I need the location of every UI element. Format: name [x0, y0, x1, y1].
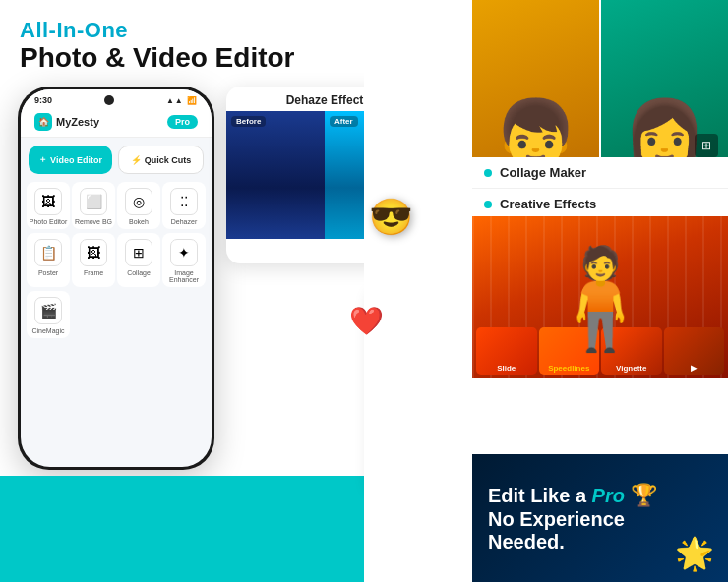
video-editor-icon: ＋ — [38, 153, 47, 166]
person-1: 👦 — [472, 0, 599, 167]
tagline: All-In-One — [20, 18, 294, 43]
collage-maker-label: Collage Maker — [500, 165, 586, 180]
more-label: ▶ — [664, 364, 725, 373]
photo-editor-label: Photo Editor — [30, 218, 68, 225]
remove-bg-label-grid: Remove BG — [75, 218, 112, 225]
collage-photo-1: 👦 — [472, 0, 599, 167]
slide-label: Slide — [476, 364, 537, 373]
dehazer-label: Dehazer — [171, 218, 197, 225]
quick-cuts-label: Quick Cuts — [145, 155, 192, 165]
frame-icon: 🖼 — [80, 239, 107, 266]
remove-bg-icon: ⬜ — [80, 188, 107, 215]
video-editor-label: Video Editor — [50, 155, 102, 165]
promo-section: Edit Like a Pro 🏆 No Experience Needed. … — [472, 454, 728, 582]
grid-item-frame[interactable]: 🖼 Frame — [72, 233, 115, 287]
bokeh-icon: ◎ — [125, 188, 152, 215]
grid-item-poster[interactable]: 📋 Poster — [27, 233, 70, 287]
athlete-figure: 🧍 — [539, 249, 662, 347]
collage-photos-top: 👦 👩 ⊞ — [472, 0, 728, 167]
phone-main-buttons: ＋ Video Editor ⚡ Quick Cuts — [21, 138, 212, 178]
after-label: After — [330, 116, 358, 127]
right-section: 👦 👩 ⊞ Collage Maker Creative Effects 🧍 — [364, 0, 728, 582]
collage-maker-row: Collage Maker — [472, 157, 728, 189]
grid-item-collage[interactable]: ⊞ Collage — [117, 233, 160, 287]
phone-grid-row1: 🖼 Photo Editor ⬜ Remove BG ◎ Bokeh ⁚⁚ De… — [21, 178, 212, 233]
collage-label: Collage — [127, 269, 151, 276]
quick-cuts-button[interactable]: ⚡ Quick Cuts — [118, 146, 204, 174]
feature-labels: Collage Maker Creative Effects — [472, 157, 728, 220]
bokeh-label: Bokeh — [129, 218, 149, 225]
creative-effects-label: Creative Effects — [500, 197, 596, 211]
speedlines-label: Speedlines — [539, 364, 600, 373]
phone-grid-row2: 📋 Poster 🖼 Frame ⊞ Collage ✦ Image Enhan… — [21, 233, 212, 291]
cinemagic-label: CineMagic — [31, 327, 64, 334]
photo-editor-icon: 🖼 — [34, 188, 62, 215]
dehazer-icon: ⁚⁚ — [170, 188, 198, 215]
phone-notch — [104, 95, 114, 105]
header-area: All-In-One Photo & Video Editor — [20, 18, 294, 74]
vignette-label: Vignette — [601, 364, 662, 373]
frame-label: Frame — [84, 269, 103, 276]
grid-item-dehazer[interactable]: ⁚⁚ Dehazer — [162, 182, 206, 229]
image-enhancer-label: Image Enhancer — [164, 269, 204, 283]
grid-item-remove-bg[interactable]: ⬜ Remove BG — [72, 182, 115, 229]
quick-cuts-icon: ⚡ — [131, 155, 142, 165]
poster-icon: 📋 — [34, 239, 62, 266]
before-bg — [226, 111, 325, 239]
grid-item-bokeh[interactable]: ◎ Bokeh — [117, 182, 160, 229]
grid-item-image-enhancer[interactable]: ✦ Image Enhancer — [162, 233, 206, 287]
image-enhancer-icon: ✦ — [170, 239, 198, 266]
status-icons: ▲▲ 📶 — [166, 96, 198, 105]
before-visual — [226, 111, 325, 239]
teal-band — [0, 476, 364, 582]
promo-trophy-emoji: 🏆 — [631, 483, 657, 507]
app-name: MyZesty — [56, 116, 99, 128]
video-editor-button[interactable]: ＋ Video Editor — [29, 146, 112, 174]
star-emoji: 🌟 — [675, 535, 714, 572]
grid-item-photo-editor[interactable]: 🖼 Photo Editor — [27, 182, 70, 229]
grid-item-cinemagic[interactable]: 🎬 CineMagic — [27, 291, 70, 338]
main-title: Photo & Video Editor — [20, 43, 294, 74]
effects-dot — [484, 201, 492, 208]
effect-thumb-slide[interactable]: Slide — [476, 327, 537, 375]
cinemagic-icon: 🎬 — [34, 297, 62, 324]
status-time: 9:30 — [34, 95, 52, 105]
promo-line2: No Experience — [488, 508, 712, 531]
effects-strip-container: 🧍 Slide Speedlines Vignette ▶ — [472, 216, 728, 378]
dehaze-before: Before — [226, 111, 325, 239]
collage-grid-icon: ⊞ — [695, 134, 718, 157]
phone-inner: 9:30 ▲▲ 📶 🏠 MyZesty Pro ＋ Video Editor — [21, 89, 212, 467]
heart-emoji: ❤️ — [349, 305, 384, 337]
collage-icon: ⊞ — [125, 239, 152, 266]
app-logo: 🏠 MyZesty — [34, 113, 99, 131]
promo-line1: Edit Like a Pro 🏆 — [488, 483, 712, 508]
before-label: Before — [231, 116, 266, 127]
collage-dot — [484, 169, 492, 177]
sunglasses-emoji: 😎 — [369, 197, 413, 238]
effect-thumb-more[interactable]: ▶ — [664, 327, 725, 375]
phone-navbar: 🏠 MyZesty Pro — [21, 107, 212, 138]
app-logo-icon: 🏠 — [34, 113, 52, 131]
collage-photo-2: 👩 ⊞ — [601, 0, 728, 167]
pro-badge[interactable]: Pro — [167, 115, 198, 129]
pro-highlight: Pro — [592, 485, 625, 506]
phone-grid-row3: 🎬 CineMagic — [21, 291, 212, 342]
poster-label: Poster — [38, 269, 58, 276]
phone-mockup: 9:30 ▲▲ 📶 🏠 MyZesty Pro ＋ Video Editor — [18, 87, 214, 470]
status-bar: 9:30 ▲▲ 📶 — [21, 89, 212, 107]
